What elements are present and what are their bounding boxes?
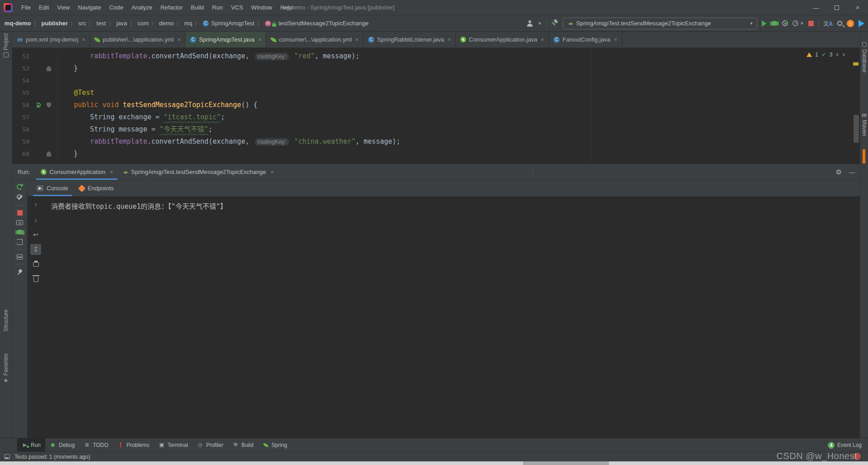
menu-item-edit[interactable]: Edit bbox=[35, 0, 53, 15]
toolwindow-button-run[interactable]: ▶Run bbox=[17, 438, 45, 451]
search-everywhere-icon[interactable] bbox=[837, 21, 842, 26]
editor-tab-fanoutconfig-java[interactable]: CFanoutConfig.java× bbox=[549, 32, 622, 47]
menu-item-code[interactable]: Code bbox=[105, 0, 127, 15]
menu-item-vcs[interactable]: VCS bbox=[227, 0, 247, 15]
pin-icon[interactable] bbox=[15, 268, 24, 276]
close-button[interactable]: × bbox=[847, 0, 868, 15]
editor-scrollbar[interactable] bbox=[853, 48, 860, 164]
menu-item-refactor[interactable]: Refactor bbox=[156, 0, 187, 15]
toolwindow-button-spring[interactable]: Spring bbox=[258, 438, 292, 451]
menu-item-navigate[interactable]: Navigate bbox=[74, 0, 105, 15]
tab-endpoints[interactable]: Endpoints bbox=[74, 180, 119, 196]
menu-item-window[interactable]: Window bbox=[247, 0, 276, 15]
breadcrumb-item-mq-demo[interactable]: mq-demo bbox=[5, 20, 31, 27]
sidebar-item-favorites[interactable]: Favorites ★ bbox=[0, 353, 12, 383]
layout-icon[interactable] bbox=[17, 254, 23, 259]
close-icon[interactable]: × bbox=[271, 169, 274, 175]
fold-marker[interactable] bbox=[47, 103, 51, 108]
debug-button[interactable] bbox=[771, 21, 778, 26]
scroll-to-end-icon[interactable]: ↧ bbox=[30, 244, 41, 255]
up-stacktrace-icon[interactable]: ↑ bbox=[30, 199, 41, 210]
breadcrumb-item-src[interactable]: src bbox=[78, 20, 86, 27]
run-button[interactable] bbox=[762, 20, 767, 27]
close-icon[interactable]: × bbox=[448, 37, 451, 43]
settings-wrench-icon[interactable] bbox=[17, 194, 23, 201]
toolwindow-button-profiler[interactable]: ◷Profiler bbox=[193, 438, 228, 451]
close-icon[interactable]: × bbox=[541, 37, 544, 43]
attach-debugger-icon[interactable]: ↗ bbox=[17, 230, 23, 235]
toolwindow-button-terminal[interactable]: ▣Terminal bbox=[154, 438, 193, 451]
editor-tab-consumerapplication-java[interactable]: ConsumerApplication.java× bbox=[456, 32, 549, 47]
sidebar-item-project[interactable]: Project bbox=[0, 33, 12, 58]
code-line[interactable]: 60 } bbox=[12, 148, 860, 160]
coverage-button[interactable] bbox=[782, 20, 788, 26]
tab-console[interactable]: ▶Console bbox=[31, 180, 74, 196]
editor-tab-pom-xml-mq-demo-[interactable]: mpom.xml (mq-demo)× bbox=[12, 32, 90, 47]
gear-icon[interactable]: ⚙ bbox=[836, 168, 842, 176]
breadcrumb-item-com[interactable]: com bbox=[137, 20, 149, 27]
thread-dump-icon[interactable] bbox=[16, 220, 23, 225]
run-tab-springamqptest-testsendmessage2topicexchange[interactable]: ◀▶SpringAmqpTest.testSendMessage2TopicEx… bbox=[118, 164, 278, 180]
code-line[interactable]: 53 } bbox=[12, 62, 860, 75]
stop-process-icon[interactable] bbox=[17, 210, 23, 216]
next-problem-icon[interactable]: ∨ bbox=[842, 52, 845, 57]
code-line[interactable]: 59 rabbitTemplate.convertAndSend(exchang… bbox=[12, 136, 860, 148]
menu-item-analyze[interactable]: Analyze bbox=[127, 0, 156, 15]
run-tab-consumerapplication[interactable]: ConsumerApplication× bbox=[36, 164, 118, 180]
minimize-button[interactable]: — bbox=[806, 0, 826, 15]
run-configuration-select[interactable]: ◀▶ SpringAmqpTest.testSendMessage2TopicE… bbox=[563, 18, 757, 29]
translate-icon[interactable]: 文A bbox=[823, 19, 833, 27]
breadcrumb-item-testSendMessage2TopicExchange[interactable]: mtestSendMessage2TopicExchange bbox=[265, 20, 368, 27]
soft-wrap-icon[interactable]: ↩ bbox=[30, 229, 41, 240]
clear-all-icon[interactable] bbox=[30, 274, 41, 285]
code-line[interactable]: 55 @Test bbox=[12, 87, 860, 99]
menu-item-build[interactable]: Build bbox=[187, 0, 208, 15]
menu-item-view[interactable]: View bbox=[53, 0, 74, 15]
toolwindow-toggle-icon[interactable] bbox=[5, 454, 10, 459]
close-icon[interactable]: × bbox=[258, 37, 261, 43]
event-log-button[interactable]: 4 Event Log bbox=[828, 438, 862, 452]
maximize-button[interactable] bbox=[826, 0, 847, 15]
editor-tab-springamqptest-java[interactable]: CSpringAmqpTest.java× bbox=[185, 32, 266, 47]
code-editor[interactable]: 52 rabbitTemplate.convertAndSend(exchang… bbox=[12, 48, 860, 164]
close-icon[interactable]: × bbox=[355, 37, 359, 43]
print-icon[interactable] bbox=[30, 259, 41, 270]
run-test-icon[interactable] bbox=[36, 103, 41, 108]
breadcrumb-item-mq[interactable]: mq bbox=[184, 20, 192, 27]
console-output[interactable]: 消费者接收到topic.queue1的消息：【"今天天气不错"】 bbox=[44, 197, 860, 438]
toolwindow-button-todo[interactable]: ≣TODO bbox=[79, 438, 113, 451]
user-dropdown-icon[interactable]: ▼ bbox=[538, 21, 542, 26]
update-notification-icon[interactable]: ↑ bbox=[847, 20, 854, 27]
sidebar-item-structure[interactable]: Structure bbox=[0, 310, 12, 332]
sidebar-item-database[interactable]: Database bbox=[860, 42, 868, 72]
hide-panel-icon[interactable]: — bbox=[849, 169, 855, 176]
breadcrumb-item-SpringAmqpTest[interactable]: CSpringAmqpTest bbox=[203, 20, 254, 27]
code-line[interactable]: 56 public void testSendMessage2TopicExch… bbox=[12, 99, 860, 111]
editor-tab-springrabbitlistener-java[interactable]: CSpringRabbitListener.java× bbox=[363, 32, 456, 47]
breadcrumb-item-test[interactable]: test bbox=[96, 20, 106, 27]
scrollbar-thumb[interactable] bbox=[854, 115, 859, 143]
code-line[interactable]: 58 String message = "今天天气不错"; bbox=[12, 123, 860, 136]
close-icon[interactable]: × bbox=[177, 37, 180, 43]
close-icon[interactable]: × bbox=[614, 37, 617, 43]
breadcrumb-item-publisher[interactable]: publisher bbox=[42, 20, 68, 27]
toolwindow-button-debug[interactable]: ⬤Debug bbox=[45, 438, 79, 451]
menu-item-run[interactable]: Run bbox=[208, 0, 227, 15]
build-hammer-icon[interactable] bbox=[551, 20, 558, 27]
stop-button[interactable] bbox=[808, 21, 814, 26]
code-line[interactable]: 57 String exchange = "itcast.topic"; bbox=[12, 111, 860, 123]
fold-marker[interactable] bbox=[47, 151, 51, 157]
user-icon[interactable] bbox=[527, 20, 533, 27]
rerun-icon[interactable] bbox=[17, 184, 23, 190]
down-stacktrace-icon[interactable]: ↓ bbox=[30, 214, 41, 225]
profiler-button[interactable]: ▼ bbox=[793, 20, 804, 26]
editor-tab-publisher-application-yml[interactable]: publisher\...\application.yml× bbox=[90, 32, 185, 47]
fold-marker[interactable] bbox=[47, 66, 51, 71]
close-icon[interactable]: × bbox=[110, 169, 113, 175]
toolwindow-button-problems[interactable]: ❗Problems bbox=[113, 438, 154, 451]
toolwindow-button-build[interactable]: ⚒Build bbox=[228, 438, 258, 451]
code-line[interactable]: 54 bbox=[12, 75, 860, 87]
exit-icon[interactable] bbox=[17, 239, 23, 245]
prev-problem-icon[interactable]: ∧ bbox=[835, 52, 839, 57]
breadcrumb-item-demo[interactable]: demo bbox=[159, 20, 174, 27]
